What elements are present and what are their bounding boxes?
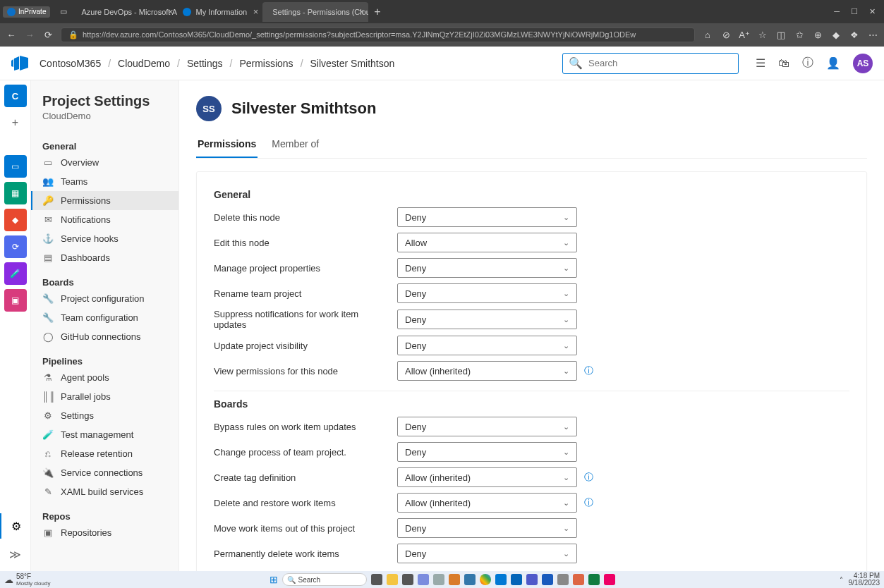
sidebar-item-agent-pools[interactable]: ⚗Agent pools [31, 368, 178, 387]
sidebar-item-project-config[interactable]: 🔧Project configuration [31, 289, 178, 308]
maximize-icon[interactable]: ☐ [851, 7, 858, 16]
user-settings-icon[interactable]: 👤 [826, 56, 840, 70]
project-settings-icon[interactable]: ⚙ [0, 513, 31, 539]
refresh-icon[interactable]: ⟳ [42, 30, 54, 40]
outlook-icon[interactable] [511, 574, 522, 585]
permission-select[interactable]: Deny⌄ [397, 417, 577, 436]
add-icon[interactable]: + [4, 111, 27, 134]
shopping-icon[interactable]: ⌂ [702, 30, 713, 40]
minimize-icon[interactable]: ─ [834, 7, 840, 16]
info-icon[interactable]: ⓘ [584, 471, 595, 484]
project-icon[interactable]: C [4, 85, 27, 107]
permission-select[interactable]: Allow (inherited)⌄ [397, 361, 577, 381]
sidebar-item-permissions[interactable]: 🔑Permissions [31, 191, 178, 210]
overview-icon[interactable]: ▭ [4, 155, 27, 178]
tab-member-of[interactable]: Member of [270, 133, 320, 158]
app-icon[interactable] [402, 574, 413, 585]
browser-tab[interactable]: My Information× [177, 2, 262, 22]
pipelines-icon[interactable]: ⟳ [4, 235, 27, 258]
sidebar-item-overview[interactable]: ▭Overview [31, 153, 178, 172]
close-icon[interactable]: × [359, 6, 365, 17]
permission-select[interactable]: Deny⌄ [397, 258, 577, 278]
boards-icon[interactable]: ▦ [4, 182, 27, 204]
tasks-icon[interactable]: ☰ [756, 56, 765, 70]
more-icon[interactable]: ⋯ [867, 30, 878, 40]
tray-chevron-icon[interactable]: ˄ [840, 576, 843, 584]
sidebar-item-service-conn[interactable]: 🔌Service connections [31, 463, 178, 482]
excel-icon[interactable] [588, 574, 600, 585]
explorer-icon[interactable] [387, 574, 398, 585]
chrome-icon[interactable] [480, 574, 491, 585]
marketplace-icon[interactable]: 🛍 [778, 57, 789, 70]
tab-actions-icon[interactable]: ▭ [56, 7, 71, 16]
url-field[interactable]: 🔒https://dev.azure.com/ContosoM365/Cloud… [61, 27, 695, 42]
close-icon[interactable]: × [253, 6, 259, 17]
info-icon[interactable]: ⓘ [584, 365, 595, 377]
browser-tab[interactable]: Settings - Permissions (CloudDe...× [262, 2, 368, 22]
search-box[interactable]: 🔍 [562, 53, 739, 74]
sidebar-item-service-hooks[interactable]: ⚓Service hooks [31, 229, 178, 248]
favorites-icon[interactable]: ✩ [794, 30, 805, 40]
breadcrumb-item[interactable]: Settings [187, 58, 223, 69]
app-icon[interactable] [557, 574, 569, 585]
chat-icon[interactable] [418, 574, 429, 585]
app-icon[interactable] [449, 574, 460, 585]
permission-select[interactable]: Deny⌄ [397, 518, 577, 538]
sidebar-item-repositories[interactable]: ▣Repositories [31, 523, 178, 542]
artifacts-icon[interactable]: ▣ [4, 289, 27, 312]
permission-select[interactable]: Deny⌄ [397, 442, 577, 462]
extension-icon[interactable]: ◆ [830, 30, 842, 40]
teams-icon[interactable] [526, 574, 538, 585]
read-aloud-icon[interactable]: A⁺ [739, 30, 750, 40]
sidebar-item-dashboards[interactable]: ▤Dashboards [31, 248, 178, 267]
breadcrumb-item[interactable]: ContosoM365 [40, 58, 101, 69]
app-icon[interactable] [433, 574, 444, 585]
star-icon[interactable]: ☆ [757, 30, 768, 40]
word-icon[interactable] [542, 574, 553, 585]
task-view-icon[interactable] [371, 574, 382, 585]
back-icon[interactable]: ← [6, 30, 17, 40]
start-icon[interactable]: ⊞ [270, 574, 278, 585]
sidebar-item-team-config[interactable]: 🔧Team configuration [31, 308, 178, 327]
new-tab-button[interactable]: + [368, 6, 386, 18]
sync-icon[interactable]: ⊘ [720, 30, 732, 40]
help-icon[interactable]: ⓘ [802, 56, 813, 71]
sidebar-item-xaml[interactable]: ✎XAML build services [31, 482, 178, 501]
repos-icon[interactable]: ◆ [4, 209, 27, 231]
sidebar-item-release-retention[interactable]: ⎌Release retention [31, 444, 178, 463]
tab-permissions[interactable]: Permissions [196, 133, 258, 158]
collections-icon[interactable]: ⊕ [812, 30, 823, 40]
avatar[interactable]: AS [853, 54, 873, 73]
forward-icon[interactable]: → [24, 30, 35, 40]
info-icon[interactable]: ⓘ [584, 496, 595, 509]
sidebar-item-github[interactable]: ◯GitHub connections [31, 327, 178, 346]
expand-rail-icon[interactable]: ≫ [4, 543, 27, 565]
sidebar-item-test-mgmt[interactable]: 🧪Test management [31, 425, 178, 444]
permission-select[interactable]: Allow (inherited)⌄ [397, 467, 577, 487]
permission-select[interactable]: Deny⌄ [397, 310, 577, 329]
edge-icon[interactable] [464, 574, 476, 585]
taskbar-search[interactable]: 🔍Search [282, 573, 367, 586]
search-input[interactable] [588, 58, 732, 68]
sidebar-item-parallel-jobs[interactable]: ║║Parallel jobs [31, 387, 178, 406]
breadcrumb-item[interactable]: Permissions [239, 58, 293, 69]
sidebar-item-notifications[interactable]: ✉Notifications [31, 210, 178, 229]
permission-select[interactable]: Deny⌄ [397, 283, 577, 303]
permission-select[interactable]: Deny⌄ [397, 336, 577, 355]
close-icon[interactable]: × [168, 6, 174, 17]
split-icon[interactable]: ◫ [775, 30, 787, 40]
store-icon[interactable] [495, 574, 507, 585]
browser-tab[interactable]: Azure DevOps - Microsoft Azure× [71, 2, 177, 22]
permission-select[interactable]: Deny⌄ [397, 207, 577, 227]
permission-select[interactable]: Allow (inherited)⌄ [397, 493, 577, 513]
permission-select[interactable]: Deny⌄ [397, 544, 577, 563]
copilot-icon[interactable]: ❖ [849, 30, 860, 40]
sidebar-item-settings[interactable]: ⚙Settings [31, 406, 178, 425]
snip-icon[interactable] [604, 574, 615, 585]
app-icon[interactable] [573, 574, 584, 585]
close-window-icon[interactable]: ✕ [869, 7, 876, 16]
permission-select[interactable]: Allow⌄ [397, 233, 577, 252]
test-plans-icon[interactable]: 🧪 [4, 262, 27, 285]
azure-devops-logo[interactable] [11, 55, 28, 72]
weather-widget[interactable]: ☁ 58°FMostly cloudy [4, 572, 50, 587]
